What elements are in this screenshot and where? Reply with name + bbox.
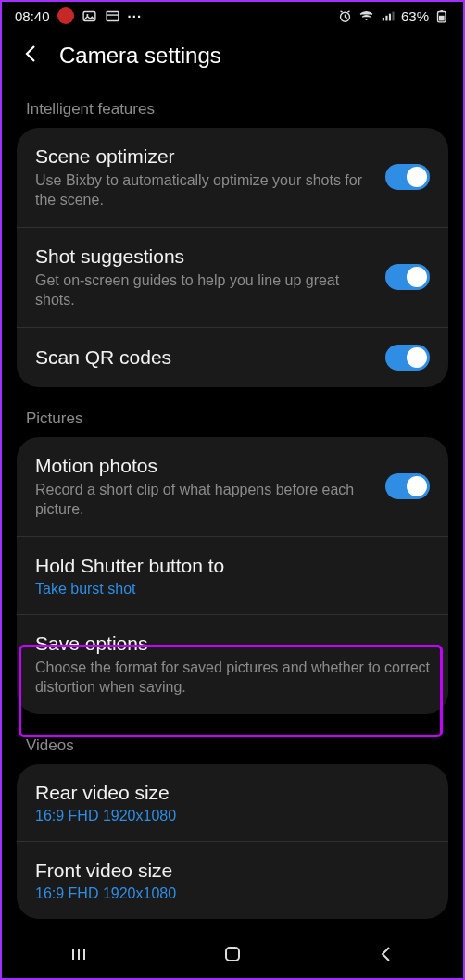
card-pictures: Motion photos Record a short clip of wha…: [17, 437, 448, 714]
svg-rect-3: [107, 11, 119, 20]
back-button[interactable]: [20, 43, 43, 69]
navigation-bar: [2, 934, 463, 978]
row-hold-shutter[interactable]: Hold Shutter button to Take burst shot: [17, 536, 448, 614]
row-subtitle: Get on-screen guides to help you line up…: [35, 271, 372, 310]
more-notifications-icon: ···: [128, 8, 143, 24]
row-scene-optimizer[interactable]: Scene optimizer Use Bixby to automatical…: [17, 128, 448, 227]
row-subtitle: Choose the format for saved pictures and…: [35, 659, 430, 697]
settings-content: Intelligent features Scene optimizer Use…: [2, 93, 463, 919]
svg-rect-10: [392, 11, 394, 20]
back-nav-button[interactable]: [375, 943, 397, 969]
alarm-icon: [337, 8, 353, 24]
row-motion-photos[interactable]: Motion photos Record a short clip of wha…: [17, 437, 448, 536]
notification-icon: [57, 7, 74, 24]
row-link: 16:9 FHD 1920x1080: [35, 886, 430, 902]
row-scan-qr[interactable]: Scan QR codes: [17, 327, 448, 387]
svg-rect-13: [439, 15, 445, 20]
row-title: Save options: [35, 632, 430, 656]
row-subtitle: Record a short clip of what happens befo…: [35, 481, 372, 520]
wifi-icon: [358, 8, 374, 24]
row-link: Take burst shot: [35, 581, 430, 597]
row-title: Front video size: [35, 859, 430, 883]
page-title: Camera settings: [59, 43, 221, 69]
toggle-motion-photos[interactable]: [385, 473, 430, 499]
row-title: Hold Shutter button to: [35, 554, 430, 578]
battery-icon: [434, 8, 450, 24]
svg-rect-12: [440, 10, 443, 11]
row-save-options[interactable]: Save options Choose the format for saved…: [17, 614, 448, 714]
svg-point-6: [365, 18, 367, 19]
section-label-videos: Videos: [6, 729, 459, 764]
header: Camera settings: [2, 26, 463, 93]
svg-rect-9: [389, 13, 391, 20]
svg-rect-17: [226, 948, 239, 961]
home-button[interactable]: [221, 943, 244, 969]
svg-point-0: [58, 9, 72, 23]
svg-rect-7: [383, 17, 384, 20]
row-subtitle: Use Bixby to automatically optimize your…: [35, 171, 372, 210]
section-label-pictures: Pictures: [6, 402, 459, 437]
row-rear-video-size[interactable]: Rear video size 16:9 FHD 1920x1080: [17, 764, 448, 841]
status-left: 08:40 ···: [15, 7, 142, 24]
row-title: Shot suggestions: [35, 245, 372, 269]
row-shot-suggestions[interactable]: Shot suggestions Get on-screen guides to…: [17, 227, 448, 327]
row-title: Rear video size: [35, 781, 430, 805]
row-title: Scene optimizer: [35, 144, 372, 169]
recents-button[interactable]: [68, 943, 90, 969]
row-title: Motion photos: [35, 454, 372, 478]
row-link: 16:9 FHD 1920x1080: [35, 808, 430, 824]
card-videos: Rear video size 16:9 FHD 1920x1080 Front…: [17, 764, 448, 920]
section-label-intelligent: Intelligent features: [6, 93, 459, 128]
tab-icon: [105, 8, 120, 24]
row-front-video-size[interactable]: Front video size 16:9 FHD 1920x1080: [17, 841, 448, 919]
signal-icon: [380, 8, 396, 24]
svg-rect-8: [385, 15, 387, 20]
battery-text: 63%: [401, 8, 429, 24]
clock: 08:40: [15, 8, 50, 24]
status-right: 63%: [337, 8, 450, 24]
card-intelligent: Scene optimizer Use Bixby to automatical…: [17, 128, 448, 387]
image-icon: [82, 8, 97, 24]
toggle-shot-suggestions[interactable]: [385, 264, 430, 290]
toggle-scan-qr[interactable]: [385, 345, 430, 371]
status-bar: 08:40 ··· 63%: [2, 2, 463, 26]
row-title: Scan QR codes: [35, 346, 372, 370]
toggle-scene-optimizer[interactable]: [385, 164, 430, 190]
